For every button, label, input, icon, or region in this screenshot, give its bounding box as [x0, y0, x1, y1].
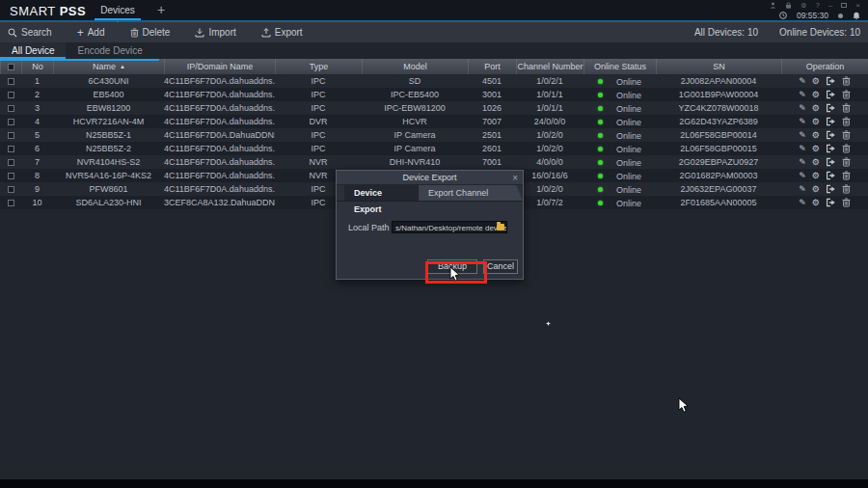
tab-export-channel-code[interactable]: Export Channel Code — [419, 185, 523, 201]
delete-trash-icon[interactable] — [842, 171, 851, 180]
cell-ip-domain: 4C11BF6F7D0A.DahuaDDNS.com — [164, 128, 275, 142]
row-checkbox[interactable] — [8, 92, 14, 98]
table-row[interactable]: 4 HCVR7216AN-4M 4C11BF6F7D0A.dahuaddns.c… — [0, 115, 868, 128]
backup-button[interactable]: Backup — [427, 259, 477, 274]
header-operation[interactable]: Operation — [781, 59, 868, 74]
tab-devices[interactable]: Devices — [93, 0, 143, 20]
logout-device-icon[interactable] — [826, 130, 836, 140]
cell-checkbox — [0, 88, 21, 101]
row-checkbox[interactable] — [8, 105, 14, 112]
add-button[interactable]: + Add — [77, 22, 105, 42]
edit-pencil-icon[interactable]: ✎ — [799, 101, 806, 115]
row-checkbox[interactable] — [8, 200, 14, 206]
edit-pencil-icon[interactable]: ✎ — [799, 142, 806, 155]
logout-device-icon[interactable] — [826, 198, 836, 207]
delete-trash-icon[interactable] — [842, 130, 851, 140]
browse-folder-icon[interactable] — [497, 224, 504, 230]
logout-device-icon[interactable] — [826, 103, 836, 113]
delete-trash-icon[interactable] — [842, 90, 851, 99]
cell-type: IPC — [275, 74, 362, 88]
table-row[interactable]: 2 EB5400 4C11BF6F7D0A.dahuaddns.com IPC … — [0, 88, 868, 101]
search-button[interactable]: Search — [8, 22, 52, 42]
delete-trash-icon[interactable] — [842, 103, 851, 113]
config-gear-icon[interactable]: ⚙ — [812, 182, 820, 196]
row-checkbox[interactable] — [8, 173, 14, 179]
row-checkbox[interactable] — [8, 159, 14, 166]
dialog-close-icon[interactable]: × — [512, 171, 518, 185]
edit-pencil-icon[interactable]: ✎ — [799, 169, 806, 182]
logout-device-icon[interactable] — [826, 90, 836, 99]
header-model[interactable]: Model — [362, 59, 468, 74]
bell-icon[interactable] — [853, 12, 860, 20]
edit-pencil-icon[interactable]: ✎ — [799, 88, 806, 101]
header-ip-domain[interactable]: IP/Domain Name — [164, 59, 275, 74]
config-gear-icon[interactable]: ⚙ — [812, 128, 820, 142]
edit-pencil-icon[interactable]: ✎ — [799, 128, 806, 142]
logout-device-icon[interactable] — [826, 117, 836, 126]
edit-pencil-icon[interactable]: ✎ — [799, 74, 806, 88]
config-gear-icon[interactable]: ⚙ — [812, 196, 820, 209]
lock-icon[interactable] — [785, 2, 792, 9]
delete-trash-icon[interactable] — [842, 157, 851, 167]
help-icon[interactable]: ? — [815, 1, 819, 10]
delete-trash-icon[interactable] — [842, 117, 851, 126]
bottom-black-bar — [0, 479, 868, 488]
table-row[interactable]: 1 6C430UNI 4C11BF6F7D0A.dahuaddns.com IP… — [0, 74, 868, 88]
row-checkbox[interactable] — [8, 119, 14, 125]
header-port[interactable]: Port — [468, 59, 516, 74]
local-path-input[interactable]: s/Nathan/Desktop/remote devices.xml — [392, 221, 507, 233]
row-checkbox[interactable] — [8, 78, 14, 85]
config-gear-icon[interactable]: ⚙ — [812, 101, 820, 115]
table-row[interactable]: 5 N25BB5Z-1 4C11BF6F7D0A.DahuaDDNS.com I… — [0, 128, 868, 142]
maximize-icon[interactable] — [841, 3, 847, 8]
delete-button[interactable]: Delete — [130, 22, 171, 42]
row-checkbox[interactable] — [8, 146, 14, 152]
config-gear-icon[interactable]: ⚙ — [812, 88, 820, 101]
cell-no: 7 — [21, 155, 53, 169]
minimize-icon[interactable]: – — [828, 1, 832, 10]
edit-pencil-icon[interactable]: ✎ — [799, 182, 806, 196]
dialog-title-bar[interactable]: Device Export × — [337, 171, 523, 185]
header-no[interactable]: No — [21, 59, 53, 74]
edit-pencil-icon[interactable]: ✎ — [799, 196, 806, 209]
table-row[interactable]: 6 N25BB5Z-2 4C11BF6F7D0A.dahuaddns.com I… — [0, 142, 868, 155]
close-icon[interactable]: × — [855, 1, 860, 10]
logout-device-icon[interactable] — [826, 76, 836, 86]
cancel-button[interactable]: Cancel — [483, 259, 518, 274]
user-icon[interactable] — [770, 2, 776, 9]
new-tab-button[interactable]: + — [152, 2, 170, 18]
header-channel-number[interactable]: Channel Number — [516, 59, 583, 74]
edit-pencil-icon[interactable]: ✎ — [799, 155, 806, 169]
header-online-status[interactable]: Online Status — [583, 59, 656, 74]
import-button[interactable]: Import — [195, 22, 235, 42]
delete-trash-icon[interactable] — [842, 76, 851, 86]
table-row[interactable]: 3 EBW81200 4C11BF6F7D0A.dahuaddns.com IP… — [0, 101, 868, 115]
logout-device-icon[interactable] — [826, 157, 836, 167]
header-name[interactable]: Name▲ — [53, 59, 164, 74]
select-all-checkbox[interactable] — [8, 64, 14, 70]
logout-device-icon[interactable] — [826, 171, 836, 180]
edit-pencil-icon[interactable]: ✎ — [799, 115, 806, 128]
row-checkbox[interactable] — [8, 132, 14, 139]
tab-device-export[interactable]: Device Export — [344, 185, 419, 201]
header-type[interactable]: Type — [275, 59, 362, 74]
logout-device-icon[interactable] — [826, 184, 836, 194]
tab-encode-device[interactable]: Encode Device — [66, 42, 153, 59]
table-row[interactable]: 7 NVR4104HS-S2 4C11BF6F7D0A.dahuaddns.co… — [0, 155, 868, 169]
config-gear-icon[interactable]: ⚙ — [812, 74, 820, 88]
export-button[interactable]: Export — [261, 22, 303, 42]
delete-trash-icon[interactable] — [842, 144, 851, 153]
delete-trash-icon[interactable] — [842, 184, 851, 194]
row-checkbox[interactable] — [8, 186, 14, 193]
config-gear-icon[interactable]: ⚙ — [812, 155, 820, 169]
delete-trash-icon[interactable] — [842, 198, 851, 207]
config-gear-icon[interactable]: ⚙ — [812, 169, 820, 182]
config-gear-icon[interactable]: ⚙ — [812, 142, 820, 155]
cell-operation: ✎ ⚙ — [781, 169, 868, 182]
config-gear-icon[interactable]: ⚙ — [812, 115, 820, 128]
cell-online-status: Online — [583, 88, 656, 101]
header-sn[interactable]: SN — [656, 59, 781, 74]
logout-device-icon[interactable] — [826, 144, 836, 153]
tab-all-device[interactable]: All Device — [0, 42, 66, 59]
status-dot-icon[interactable] — [838, 14, 843, 18]
